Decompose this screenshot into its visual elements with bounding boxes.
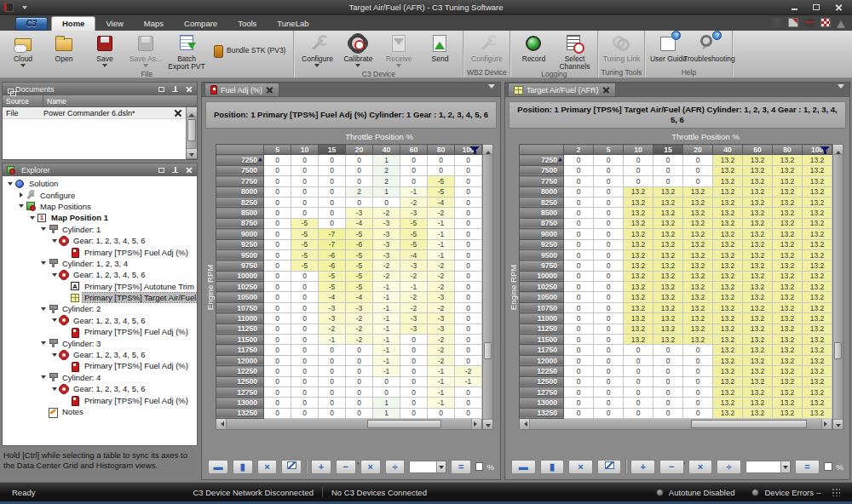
cell-9500-15[interactable]: 13.2 xyxy=(653,249,683,260)
cell-9000-100[interactable]: 0 xyxy=(455,229,482,239)
cell-10000-15[interactable]: 13.2 xyxy=(653,271,683,281)
cell-11500-100[interactable]: 13.2 xyxy=(803,335,832,345)
cell-12000-40[interactable]: -1 xyxy=(373,355,400,365)
maximize-button[interactable] xyxy=(808,3,825,13)
cell-12000-20[interactable]: 0 xyxy=(346,355,373,365)
row-header-10500[interactable]: 10500 xyxy=(520,292,564,302)
minimize-button[interactable] xyxy=(786,3,803,13)
cell-11250-100[interactable]: 13.2 xyxy=(803,324,832,334)
cell-11500-80[interactable]: 13.2 xyxy=(773,335,803,345)
cell-8000-5[interactable]: 0 xyxy=(264,186,291,197)
cell-8500-40[interactable]: 13.2 xyxy=(713,208,743,218)
row-header-9750[interactable]: 9750 xyxy=(216,261,264,271)
cell-11500-15[interactable]: -1 xyxy=(319,335,346,345)
cell-8250-100[interactable]: 0 xyxy=(455,197,482,207)
cloud-button[interactable]: Cloud xyxy=(3,32,43,70)
cell-11500-100[interactable]: 0 xyxy=(455,335,482,345)
cell-7250-100[interactable]: 13.2 xyxy=(803,155,832,165)
interpolate-table-button[interactable]: × xyxy=(568,460,593,474)
cell-10500-100[interactable]: 0 xyxy=(455,292,482,302)
cell-12750-60[interactable]: 13.2 xyxy=(743,387,773,397)
cell-12250-60[interactable]: 0 xyxy=(400,366,428,376)
cell-12500-10[interactable]: 0 xyxy=(624,376,653,387)
cell-7250-15[interactable]: 0 xyxy=(653,155,683,165)
cell-8750-20[interactable]: 13.2 xyxy=(683,218,713,228)
cell-11750-60[interactable]: 13.2 xyxy=(743,345,773,355)
cell-12000-5[interactable]: 0 xyxy=(264,355,291,365)
cell-7750-60[interactable]: 13.2 xyxy=(743,176,773,186)
cell-9000-15[interactable]: -7 xyxy=(319,229,346,239)
cell-12750-20[interactable]: 0 xyxy=(346,387,373,397)
cell-13250-40[interactable]: 13.2 xyxy=(713,408,743,418)
cell-9250-5[interactable]: 0 xyxy=(594,239,624,249)
cell-8250-10[interactable]: 13.2 xyxy=(624,197,653,207)
row-header-12750[interactable]: 12750 xyxy=(520,387,564,397)
cell-13000-60[interactable]: 0 xyxy=(400,398,428,408)
cell-13250-60[interactable]: 0 xyxy=(400,408,428,418)
cell-7250-100[interactable]: 0 xyxy=(455,155,482,165)
cell-10250-80[interactable]: 13.2 xyxy=(773,282,803,292)
row-header-10750[interactable]: 10750 xyxy=(216,302,264,312)
cell-12250-2[interactable]: 0 xyxy=(564,366,594,376)
cell-9500-100[interactable]: 0 xyxy=(455,249,482,260)
cell-12000-60[interactable]: 0 xyxy=(400,355,428,365)
cell-9750-20[interactable]: 13.2 xyxy=(683,261,713,271)
cell-9000-40[interactable]: 13.2 xyxy=(713,229,743,239)
cell-11250-15[interactable]: -2 xyxy=(319,324,346,334)
row-header-8750[interactable]: 8750 xyxy=(216,218,264,228)
cell-11000-15[interactable]: -3 xyxy=(319,313,346,324)
cell-12500-10[interactable]: 0 xyxy=(291,376,319,387)
cell-11750-80[interactable]: -2 xyxy=(428,345,455,355)
cell-11500-40[interactable]: -1 xyxy=(373,335,400,345)
cell-11250-40[interactable]: 13.2 xyxy=(713,324,743,334)
cell-7250-20[interactable]: 0 xyxy=(683,155,713,165)
cell-11000-10[interactable]: 13.2 xyxy=(624,313,653,324)
cell-8500-60[interactable]: -3 xyxy=(400,208,428,218)
subtract-button[interactable]: − xyxy=(659,460,684,474)
cell-10000-2[interactable]: 0 xyxy=(564,271,594,281)
scroll-right-button[interactable] xyxy=(821,419,832,429)
cell-11750-40[interactable]: -1 xyxy=(373,345,400,355)
cell-9000-5[interactable]: 0 xyxy=(264,229,291,239)
scroll-down-button[interactable] xyxy=(483,419,492,429)
maximize-panel-button[interactable] xyxy=(157,85,166,94)
cell-12500-20[interactable]: 0 xyxy=(346,376,373,387)
cell-13000-10[interactable]: 0 xyxy=(624,398,653,408)
row-header-9500[interactable]: 9500 xyxy=(520,249,564,260)
cell-7250-5[interactable]: 0 xyxy=(264,155,291,165)
cell-8250-100[interactable]: 13.2 xyxy=(803,197,832,207)
cell-7750-2[interactable]: 0 xyxy=(564,176,594,186)
cell-9500-10[interactable]: 13.2 xyxy=(624,249,653,260)
cell-10750-20[interactable]: -3 xyxy=(346,302,373,312)
subtract-button[interactable]: − xyxy=(336,460,356,474)
cell-8500-80[interactable]: 13.2 xyxy=(773,208,803,218)
cell-9000-20[interactable]: -5 xyxy=(346,229,373,239)
row-header-11000[interactable]: 11000 xyxy=(216,313,264,324)
cell-8000-100[interactable]: 13.2 xyxy=(803,186,832,197)
cell-13000-15[interactable]: 0 xyxy=(319,398,346,408)
cell-8750-20[interactable]: -4 xyxy=(346,218,373,228)
column-header-10[interactable]: 10 xyxy=(291,145,319,155)
cell-8500-40[interactable]: -2 xyxy=(373,208,400,218)
row-header-12000[interactable]: 12000 xyxy=(520,355,564,365)
row-header-11250[interactable]: 11250 xyxy=(216,324,264,334)
row-header-13000[interactable]: 13000 xyxy=(520,398,564,408)
cell-8000-80[interactable]: 13.2 xyxy=(773,186,803,197)
ribbon-tab-maps[interactable]: Maps xyxy=(134,17,174,31)
cell-7250-60[interactable]: 0 xyxy=(400,155,428,165)
cell-12250-40[interactable]: -1 xyxy=(373,366,400,376)
cell-9000-2[interactable]: 0 xyxy=(564,229,594,239)
cell-12750-80[interactable]: -1 xyxy=(428,387,455,397)
cell-9750-100[interactable]: 13.2 xyxy=(803,261,832,271)
cell-9250-15[interactable]: -7 xyxy=(319,239,346,249)
set-equal-button[interactable]: = xyxy=(451,460,471,474)
cell-11000-10[interactable]: 0 xyxy=(291,313,319,324)
cell-9500-10[interactable]: -5 xyxy=(291,249,319,260)
cell-7750-40[interactable]: 13.2 xyxy=(713,176,743,186)
document-row[interactable]: File Power Commander 6.dsln* xyxy=(3,107,186,119)
cell-8250-60[interactable]: 13.2 xyxy=(743,197,773,207)
cell-8000-80[interactable]: -5 xyxy=(428,186,455,197)
tree-item-solution[interactable]: Solution xyxy=(3,178,197,189)
cell-11750-100[interactable]: 0 xyxy=(455,345,482,355)
scroll-up-button[interactable] xyxy=(833,145,843,155)
